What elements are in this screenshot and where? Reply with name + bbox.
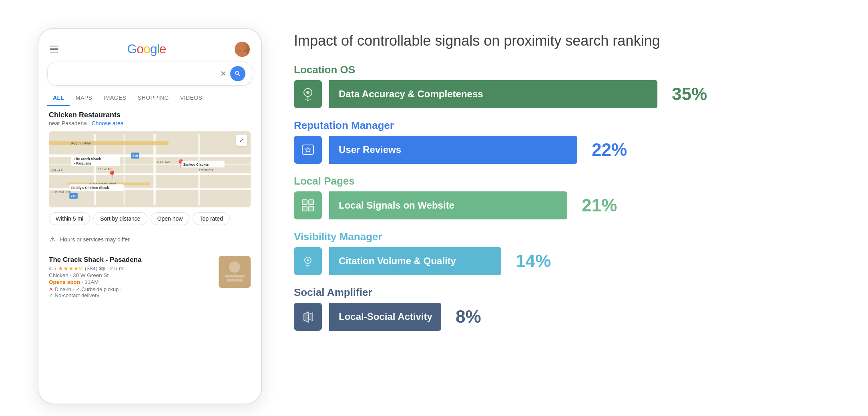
bar-percent-social: 8% xyxy=(456,307,481,327)
category-local-pages: Local Pages Local Signals on Website 21% xyxy=(294,175,830,219)
svg-point-39 xyxy=(307,100,309,101)
bar-text-local-pages: Local Signals on Website xyxy=(339,200,454,211)
map-expand-button[interactable]: ⤢ xyxy=(236,135,247,146)
search-button[interactable] xyxy=(230,66,245,81)
nav-tabs: ALL MAPS IMAGES SHOPPING VIDEOS xyxy=(47,91,252,106)
results-sub: near Pasadena · Choose area xyxy=(49,120,251,127)
svg-text:📍: 📍 xyxy=(107,170,117,180)
svg-text:- Pasadena: - Pasadena xyxy=(74,161,91,165)
map-container: Foothill Fwy E Colorado Blvd Walnut St S… xyxy=(49,131,251,207)
svg-text:710: 710 xyxy=(71,194,76,198)
bar-row-location-os: Data Accuracy & Completeness 35% xyxy=(294,80,830,108)
bar-text-visibility: Citation Volume & Quality xyxy=(339,255,456,267)
svg-text:Walnut St: Walnut St xyxy=(51,169,64,172)
bar-icon-reputation xyxy=(294,136,322,164)
category-visibility: Visibility Manager Citation Volume & Qua… xyxy=(294,231,830,275)
open-soon: Opens soon xyxy=(49,279,80,285)
main-container: Google chicken near Pasadena, CA ✕ ALL M… xyxy=(14,12,854,404)
bar-icon-social xyxy=(294,303,322,331)
bar-percent-visibility: 14% xyxy=(516,251,551,271)
results-section: Chicken Restaurants near Pasadena · Choo… xyxy=(46,105,254,305)
svg-rect-43 xyxy=(302,206,307,211)
rating-value: 4.5 xyxy=(49,265,56,271)
chip-within[interactable]: Within 5 mi xyxy=(49,212,90,225)
svg-point-34 xyxy=(229,261,240,273)
mobile-mockup: Google chicken near Pasadena, CA ✕ ALL M… xyxy=(38,28,262,404)
bar-percent-reputation: 22% xyxy=(592,140,627,160)
svg-text:S Allen Ave: S Allen Ave xyxy=(198,168,213,171)
category-label-social: Social Amplifier xyxy=(294,286,830,299)
category-social: Social Amplifier Local-Social Activity 8… xyxy=(294,286,830,331)
google-logo: Google xyxy=(127,42,166,56)
bar-row-visibility: Citation Volume & Quality 14% xyxy=(294,247,830,275)
svg-point-46 xyxy=(307,259,309,261)
search-input[interactable]: chicken near Pasadena, CA xyxy=(54,70,216,78)
avatar[interactable] xyxy=(235,42,250,57)
category-reputation: Reputation Manager User Reviews 22% xyxy=(294,119,830,164)
bar-text-reputation: User Reviews xyxy=(339,144,401,155)
svg-text:Foothill Fwy: Foothill Fwy xyxy=(71,141,91,145)
category-label-local-pages: Local Pages xyxy=(294,175,830,187)
svg-text:S Hill Ave: S Hill Ave xyxy=(157,160,170,164)
restaurant-card[interactable]: The Crack Shack - Pasadena 4.5 ★★★★½ (38… xyxy=(49,256,251,305)
svg-rect-40 xyxy=(302,145,313,155)
bar-row-reputation: User Reviews 22% xyxy=(294,136,830,164)
rating-distance: 2.6 mi xyxy=(110,265,125,271)
category-label-location-os: Location OS xyxy=(294,64,830,76)
warning-text: Hours or services may differ xyxy=(60,236,130,243)
svg-rect-11 xyxy=(49,141,169,145)
restaurant-name: The Crack Shack - Pasadena xyxy=(49,256,213,264)
bar-fill-visibility: Citation Volume & Quality xyxy=(329,247,501,275)
svg-rect-41 xyxy=(302,200,307,205)
bar-percent-local-pages: 21% xyxy=(582,195,617,215)
svg-text:E Del Mar Blvd: E Del Mar Blvd xyxy=(51,190,71,194)
hamburger-icon[interactable] xyxy=(50,46,58,53)
bar-percent-location-os: 35% xyxy=(672,84,707,104)
open-time-value: 11AM xyxy=(84,279,98,285)
curbside-icon: ✓ xyxy=(76,286,80,292)
bar-text-social: Local-Social Activity xyxy=(339,311,432,322)
chart-section: Impact of controllable signals on proxim… xyxy=(294,28,830,342)
bar-row-local-pages: Local Signals on Website 21% xyxy=(294,191,830,219)
choose-area-link[interactable]: Choose area xyxy=(92,120,124,127)
service-tags: ✕ Dine-in · ✓ Curbside pickup · ✓ No-con… xyxy=(49,286,213,298)
bar-fill-reputation: User Reviews xyxy=(329,136,577,164)
rating-stars: ★★★★½ xyxy=(58,265,83,271)
bar-fill-location-os: Data Accuracy & Completeness xyxy=(329,80,657,108)
dine-in-icon: ✕ xyxy=(49,286,53,292)
bar-fill-local-pages: Local Signals on Website xyxy=(329,191,567,219)
google-header: Google xyxy=(46,38,254,62)
tab-videos[interactable]: VIDEOS xyxy=(175,91,208,105)
restaurant-type: Chicken · 30 W Green St xyxy=(49,272,213,278)
restaurant-rating: 4.5 ★★★★½ (384) $$ · 2.6 mi xyxy=(49,265,213,271)
rating-reviews: (384) xyxy=(85,265,98,271)
tab-shopping[interactable]: SHOPPING xyxy=(132,91,175,105)
svg-rect-35 xyxy=(225,275,245,277)
chip-sort[interactable]: Sort by distance xyxy=(93,212,147,225)
restaurant-info: The Crack Shack - Pasadena 4.5 ★★★★½ (38… xyxy=(49,256,213,298)
bar-icon-local-pages xyxy=(294,191,322,219)
warning-icon: ⚠ xyxy=(49,235,56,244)
clear-icon[interactable]: ✕ xyxy=(220,69,226,78)
tab-all[interactable]: ALL xyxy=(47,91,70,106)
bar-icon-visibility xyxy=(294,247,322,275)
restaurant-open: Opens soon · 11AM xyxy=(49,279,213,285)
svg-text:Zankou Chicken: Zankou Chicken xyxy=(183,163,209,167)
chip-rated[interactable]: Top rated xyxy=(193,212,229,225)
warning-row: ⚠ Hours or services may differ xyxy=(49,231,251,250)
svg-rect-42 xyxy=(309,200,313,205)
svg-point-1 xyxy=(237,51,248,57)
bar-icon-location-os xyxy=(294,80,322,108)
chip-open[interactable]: Open now xyxy=(151,212,190,225)
svg-rect-36 xyxy=(227,279,243,281)
tab-images[interactable]: IMAGES xyxy=(98,91,132,105)
bar-row-social: Local-Social Activity 8% xyxy=(294,303,830,331)
category-location-os: Location OS Data Accuracy & Completeness… xyxy=(294,64,830,108)
svg-point-38 xyxy=(306,91,309,94)
search-bar[interactable]: chicken near Pasadena, CA ✕ xyxy=(47,62,252,86)
results-title: Chicken Restaurants xyxy=(49,111,251,119)
svg-rect-44 xyxy=(309,206,313,211)
tab-maps[interactable]: MAPS xyxy=(70,91,98,105)
rating-price: $$ xyxy=(99,265,105,271)
restaurant-image xyxy=(219,256,251,288)
